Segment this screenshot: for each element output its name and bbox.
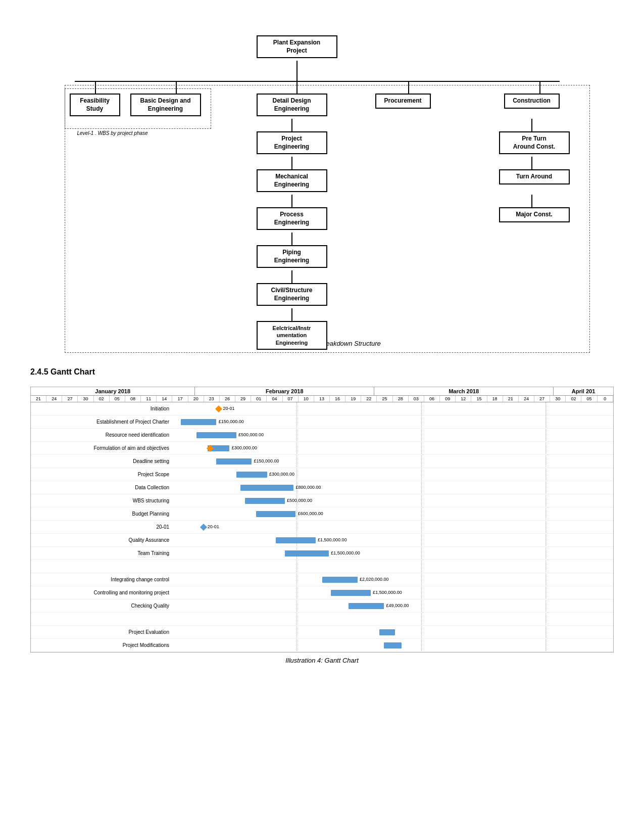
gantt-month-jan: January 2018 xyxy=(31,387,195,395)
gantt-day-label: 21 xyxy=(31,396,46,402)
gantt-bar xyxy=(379,629,395,635)
gantt-cost-label: £500,000.00 xyxy=(287,498,312,503)
gantt-task-label: WBS structuring xyxy=(31,498,172,503)
gantt-task-label: Integrating change control xyxy=(31,577,172,582)
gantt-bar-area: £300,000.00 xyxy=(172,442,613,454)
gantt-caption: Illustration 4: Gantt Chart xyxy=(30,657,614,664)
gantt-day-label: 05 xyxy=(110,396,125,402)
gantt-bar-area: 20-01 xyxy=(172,521,613,533)
gantt-bar xyxy=(384,642,402,648)
gantt-day-label: 29 xyxy=(235,396,251,402)
wbs-civil-eng: Civil/StructureEngineering xyxy=(257,283,327,306)
gantt-row: Integrating change control£2,020,000.00 xyxy=(31,573,613,586)
gantt-day-label: 23 xyxy=(204,396,220,402)
gantt-bar xyxy=(331,590,371,596)
gantt-bar-area: £300,000.00 xyxy=(172,468,613,481)
gantt-bar-area: £1,500,000.00 xyxy=(172,534,613,546)
gantt-bar-area: £1,500,000.00 xyxy=(172,547,613,560)
gantt-cost-label: £49,000.00 xyxy=(386,603,409,608)
gantt-day-label: 03 xyxy=(409,396,424,402)
gantt-row: Team Training£1,500,000.00 xyxy=(31,547,613,560)
gantt-diamond-label: 20-01 xyxy=(208,524,219,529)
gantt-bar-area: £150,000.00 xyxy=(172,455,613,468)
gantt-month-apr: April 201 xyxy=(554,387,613,395)
gantt-cost-label: £600,000.00 xyxy=(298,511,323,516)
gantt-day-label: 30 xyxy=(550,396,566,402)
gantt-days-row: 2124273002050811141720232629010407101316… xyxy=(31,396,613,402)
gantt-day-label: 09 xyxy=(440,396,456,402)
gantt-section: January 2018 February 2018 March 2018 Ap… xyxy=(30,387,614,664)
gantt-day-label: 01 xyxy=(251,396,267,402)
gantt-cost-label: £1,500,000.00 xyxy=(373,590,402,595)
gantt-day-label: 02 xyxy=(94,396,110,402)
gantt-day-label: 05 xyxy=(581,396,597,402)
gantt-row xyxy=(31,560,613,573)
gantt-cost-label: £300,000.00 xyxy=(269,472,294,477)
gantt-bar-area xyxy=(172,639,613,652)
gantt-day-label: 27 xyxy=(62,396,78,402)
gantt-diamond-icon xyxy=(200,524,207,531)
gantt-bar xyxy=(240,485,293,491)
gantt-day-label: 13 xyxy=(314,396,330,402)
gantt-row: Deadline setting£150,000.00 xyxy=(31,455,613,468)
gantt-bar-area: £600,000.00 xyxy=(172,507,613,520)
gantt-day-label: 15 xyxy=(471,396,487,402)
gantt-cost-label: £800,000.00 xyxy=(295,485,321,490)
gantt-cost-label: £1,500,000.00 xyxy=(331,550,360,555)
gantt-bar-area: £49,000.00 xyxy=(172,599,613,612)
gantt-bar xyxy=(349,603,384,609)
gantt-bar xyxy=(236,472,267,478)
gantt-day-label: 27 xyxy=(534,396,550,402)
gantt-day-label: 0 xyxy=(598,396,613,402)
gantt-day-label: 07 xyxy=(283,396,299,402)
gantt-bar-area: £2,020,000.00 xyxy=(172,573,613,586)
gantt-day-label: 11 xyxy=(141,396,157,402)
wbs-root-node: Plant ExpansionProject xyxy=(257,35,337,58)
wbs-pre-turn: Pre TurnAround Const. xyxy=(499,131,570,154)
wbs-piping-eng: PipingEngineering xyxy=(257,245,327,268)
gantt-cost-label: £300,000.00 xyxy=(232,445,257,450)
gantt-row: Formulation of aim and objectives£300,00… xyxy=(31,442,613,455)
gantt-task-label: Budget Planning xyxy=(31,511,172,517)
gantt-bar xyxy=(216,458,252,465)
gantt-bar-area xyxy=(172,560,613,573)
gantt-cost-label: £1,500,000.00 xyxy=(318,537,347,542)
gantt-section-heading: 2.4.5 Gantt Chart xyxy=(30,367,614,377)
gantt-task-label: Checking Quality xyxy=(31,603,172,609)
gantt-cost-label: 20-01 xyxy=(223,406,234,411)
gantt-task-label: Team Training xyxy=(31,550,172,556)
gantt-bar-area: £150,000.00 xyxy=(172,415,613,428)
gantt-month-feb: February 2018 xyxy=(195,387,374,395)
gantt-bar-area: £1,500,000.00 xyxy=(172,586,613,599)
gantt-task-label: Resource need identification xyxy=(31,432,172,438)
gantt-bar xyxy=(256,511,296,517)
gantt-task-label: Project Modifications xyxy=(31,642,172,648)
gantt-day-label: 17 xyxy=(172,396,188,402)
gantt-row: Project Evaluation xyxy=(31,626,613,639)
gantt-day-label: 19 xyxy=(345,396,361,402)
gantt-task-label: Data Collection xyxy=(31,485,172,490)
gantt-day-label: 12 xyxy=(456,396,471,402)
gantt-cost-label: £150,000.00 xyxy=(219,419,244,424)
gantt-day-label: 04 xyxy=(267,396,282,402)
gantt-task-label: 20-01 xyxy=(31,524,172,530)
gantt-row xyxy=(31,613,613,626)
gantt-bar-area xyxy=(172,626,613,638)
gantt-day-label: 08 xyxy=(125,396,141,402)
gantt-row: 20-0120-01 xyxy=(31,521,613,534)
wbs-process-eng: ProcessEngineering xyxy=(257,207,327,230)
gantt-task-label: Project Scope xyxy=(31,472,172,477)
gantt-task-label: Establishment of Project Charter xyxy=(31,419,172,425)
gantt-day-label: 28 xyxy=(393,396,409,402)
gantt-row: Establishment of Project Charter£150,000… xyxy=(31,415,613,429)
wbs-major-const: Major Const. xyxy=(499,207,570,222)
gantt-cost-label: £2,020,000.00 xyxy=(360,577,389,582)
gantt-cost-label: £150,000.00 xyxy=(254,458,279,464)
wbs-elec-eng: Eelctrical/InstrumentationEngineering xyxy=(257,321,327,350)
gantt-task-label: Controlling and monitoring project xyxy=(31,590,172,595)
gantt-bar xyxy=(276,537,316,543)
gantt-cost-label: £500,000.00 xyxy=(238,432,264,437)
gantt-row: Budget Planning£600,000.00 xyxy=(31,507,613,521)
gantt-bar-area: £500,000.00 xyxy=(172,494,613,507)
gantt-row: Project Modifications xyxy=(31,639,613,652)
